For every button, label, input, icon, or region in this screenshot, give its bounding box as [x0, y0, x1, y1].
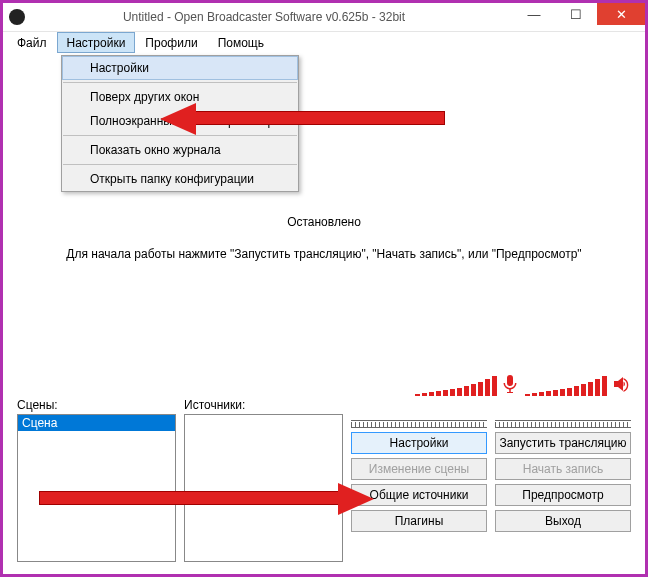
dropdown-separator — [63, 135, 297, 136]
dropdown-on-top[interactable]: Поверх других окон — [62, 85, 298, 109]
scenes-listbox[interactable]: Сцена — [17, 414, 176, 562]
ruler[interactable] — [495, 420, 631, 428]
preview-button[interactable]: Предпросмотр — [495, 484, 631, 506]
global-sources-button[interactable]: Общие источники — [351, 484, 487, 506]
plugins-button[interactable]: Плагины — [351, 510, 487, 532]
mic-icon[interactable] — [503, 375, 517, 396]
menu-profiles[interactable]: Профили — [135, 32, 207, 53]
audio-meters — [17, 375, 631, 396]
window-frame: Untitled - Open Broadcaster Software v0.… — [0, 0, 648, 577]
close-button[interactable]: ✕ — [597, 3, 645, 25]
titlebar[interactable]: Untitled - Open Broadcaster Software v0.… — [3, 3, 645, 31]
speaker-bars — [525, 376, 607, 396]
dropdown-log-window[interactable]: Показать окно журнала — [62, 138, 298, 162]
bottom-panel: Сцены: Сцена Источники: Настройки Измене… — [17, 375, 631, 562]
scene-change-button: Изменение сцены — [351, 458, 487, 480]
speaker-icon[interactable] — [613, 375, 631, 396]
status-hint: Для начала работы нажмите "Запустить тра… — [17, 247, 631, 261]
speaker-meter[interactable] — [525, 375, 631, 396]
sources-label: Источники: — [184, 398, 343, 412]
dropdown-config-folder[interactable]: Открыть папку конфигурации — [62, 167, 298, 191]
window-controls: — ☐ ✕ — [513, 3, 645, 25]
mic-bars — [415, 376, 497, 396]
menubar: Файл Настройки Профили Помощь — [3, 31, 645, 53]
start-stream-button[interactable]: Запустить трансляцию — [495, 432, 631, 454]
mic-meter[interactable] — [415, 375, 517, 396]
list-item[interactable]: Сцена — [18, 415, 175, 431]
minimize-button[interactable]: — — [513, 3, 555, 25]
window-title: Untitled - Open Broadcaster Software v0.… — [3, 10, 525, 24]
panels-row: Сцены: Сцена Источники: Настройки Измене… — [17, 398, 631, 562]
settings-dropdown: Настройки Поверх других окон Полноэкранн… — [61, 55, 299, 192]
sources-column: Источники: — [184, 398, 343, 562]
menu-help[interactable]: Помощь — [208, 32, 274, 53]
dropdown-separator — [63, 164, 297, 165]
scenes-label: Сцены: — [17, 398, 176, 412]
sources-listbox[interactable] — [184, 414, 343, 562]
menu-file[interactable]: Файл — [7, 32, 57, 53]
button-column-2: Запустить трансляцию Начать запись Предп… — [495, 420, 631, 562]
settings-button[interactable]: Настройки — [351, 432, 487, 454]
dropdown-settings[interactable]: Настройки — [62, 56, 298, 80]
button-columns: Настройки Изменение сцены Общие источник… — [351, 398, 631, 562]
status-main: Остановлено — [17, 215, 631, 229]
ruler[interactable] — [351, 420, 487, 428]
start-record-button: Начать запись — [495, 458, 631, 480]
dropdown-separator — [63, 82, 297, 83]
maximize-button[interactable]: ☐ — [555, 3, 597, 25]
button-column-1: Настройки Изменение сцены Общие источник… — [351, 420, 487, 562]
exit-button[interactable]: Выход — [495, 510, 631, 532]
dropdown-fullscreen[interactable]: Полноэкранный режим просмотра — [62, 109, 298, 133]
app-icon — [9, 9, 25, 25]
scenes-column: Сцены: Сцена — [17, 398, 176, 562]
menu-settings[interactable]: Настройки — [57, 32, 136, 53]
